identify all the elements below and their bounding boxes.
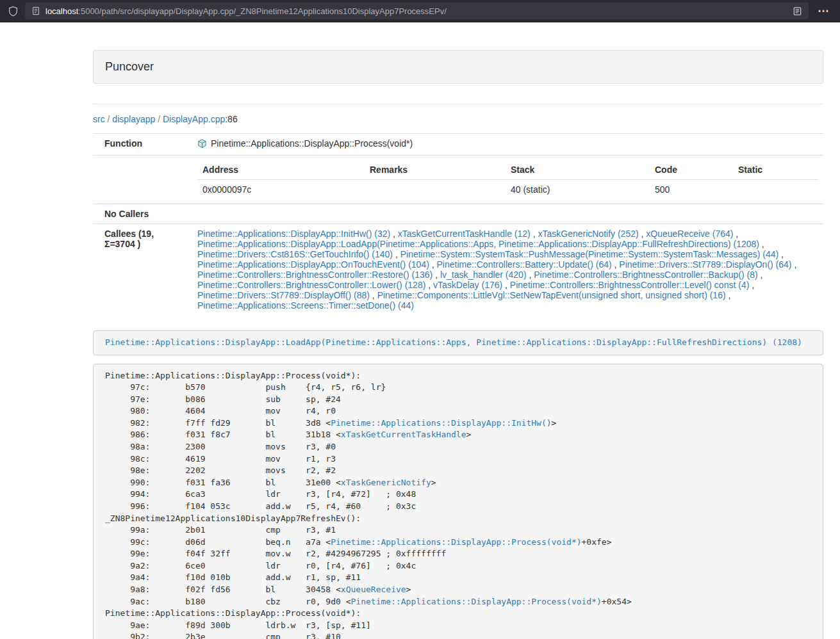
stats-value: 0x0000097c xyxy=(197,180,365,200)
url-host: localhost xyxy=(45,6,78,16)
callees-row: Callees (19, Σ=3704 ) Pinetime::Applicat… xyxy=(93,224,823,316)
callee-link[interactable]: Pinetime::Controllers::BrightnessControl… xyxy=(197,270,432,280)
callee-link[interactable]: Pinetime::Applications::DisplayApp::Load… xyxy=(197,239,759,249)
stats-header: Code xyxy=(650,160,733,180)
callees-label: Callees (19, Σ=3704 ) xyxy=(93,224,186,316)
callee-link[interactable]: Pinetime::Controllers::BrightnessControl… xyxy=(534,270,757,280)
callee-link[interactable]: vTaskDelay (176) xyxy=(433,280,502,290)
stats-value-row: 0x0000097c40 (static)500 xyxy=(197,180,818,200)
stats-header: Static xyxy=(733,160,818,180)
stats-header: Stack xyxy=(506,160,650,180)
callee-link[interactable]: Pinetime::Controllers::BrightnessControl… xyxy=(510,280,749,290)
callee-link[interactable]: xQueueReceive (764) xyxy=(646,229,733,239)
highlighted-symbol-link[interactable]: Pinetime::Applications::DisplayApp::Load… xyxy=(105,337,802,347)
disassembly-block: Pinetime::Applications::DisplayApp::Proc… xyxy=(93,364,823,639)
breadcrumb-separator: / xyxy=(105,114,113,124)
callee-link[interactable]: lv_task_handler (420) xyxy=(440,270,527,280)
function-name: Pinetime::Applications::DisplayApp::Proc… xyxy=(211,138,413,149)
no-callers-row: No Callers xyxy=(93,204,823,224)
code-symbol-link[interactable]: xTaskGenericNotify xyxy=(341,478,431,487)
code-symbol-link[interactable]: Pinetime::Applications::DisplayApp::Init… xyxy=(331,418,551,428)
url-bar[interactable]: localhost:5000/path/src/displayapp/Displ… xyxy=(25,3,809,19)
url-text: localhost:5000/path/src/displayapp/Displ… xyxy=(45,6,787,16)
stats-header: Address xyxy=(197,160,365,180)
page-icon xyxy=(31,6,40,15)
code-symbol-link[interactable]: Pinetime::Applications::DisplayApp::Proc… xyxy=(331,537,581,547)
callee-link[interactable]: Pinetime::System::SystemTask::PushMessag… xyxy=(400,249,779,259)
page-title: Puncover xyxy=(94,51,823,83)
no-callers-cell xyxy=(186,204,823,224)
stats-row: AddressRemarksStackCodeStatic 0x0000097c… xyxy=(93,156,823,204)
stats-value xyxy=(733,180,818,200)
method-cube-icon xyxy=(197,139,207,150)
breadcrumb-link[interactable]: DisplayApp.cpp xyxy=(163,114,225,124)
function-label: Function xyxy=(93,134,186,156)
code-symbol-link[interactable]: xQueueReceive xyxy=(341,585,406,594)
callee-link[interactable]: Pinetime::Drivers::St7789::DisplayOff() … xyxy=(197,290,370,300)
function-row: Function Pinetime::Applications::Display… xyxy=(93,134,823,156)
stats-value xyxy=(365,180,506,200)
page-content: Puncover src / displayapp / DisplayApp.c… xyxy=(93,50,823,639)
no-callers-label: No Callers xyxy=(93,204,186,224)
stats-header-row: AddressRemarksStackCodeStatic xyxy=(197,160,818,180)
browser-toolbar: localhost:5000/path/src/displayapp/Displ… xyxy=(0,0,840,22)
callee-link[interactable]: Pinetime::Drivers::Cst816S::GetTouchInfo… xyxy=(197,249,393,259)
stats-cell-wrap: AddressRemarksStackCodeStatic 0x0000097c… xyxy=(186,156,823,204)
menu-icon[interactable]: ⋯ xyxy=(815,5,832,17)
divider xyxy=(93,104,823,104)
code-symbol-link[interactable]: Pinetime::Applications::DisplayApp::Proc… xyxy=(351,597,602,606)
callee-link[interactable]: Pinetime::Drivers::St7789::DisplayOn() (… xyxy=(619,259,791,270)
callee-link[interactable]: Pinetime::Applications::DisplayApp::OnTo… xyxy=(197,259,429,270)
callee-link[interactable]: Pinetime::Applications::DisplayApp::Init… xyxy=(197,229,390,239)
stats-header: Remarks xyxy=(365,160,506,180)
callee-link[interactable]: Pinetime::Controllers::BrightnessControl… xyxy=(197,280,425,290)
function-cell: Pinetime::Applications::DisplayApp::Proc… xyxy=(186,134,823,156)
breadcrumb-separator: / xyxy=(155,114,163,124)
stats-body: 0x0000097c40 (static)500 xyxy=(197,180,818,200)
highlighted-symbol-block: Pinetime::Applications::DisplayApp::Load… xyxy=(93,330,823,355)
breadcrumb-text: :86 xyxy=(225,114,237,124)
callees-list: Pinetime::Applications::DisplayApp::Init… xyxy=(186,224,823,316)
stats-table: AddressRemarksStackCodeStatic 0x0000097c… xyxy=(197,160,818,199)
callee-link[interactable]: Pinetime::Components::LittleVgl::SetNewT… xyxy=(377,290,726,300)
breadcrumb-link[interactable]: src xyxy=(93,114,105,124)
callee-link[interactable]: Pinetime::Controllers::Battery::Update()… xyxy=(437,259,612,270)
breadcrumb: src / displayapp / DisplayApp.cpp:86 xyxy=(93,114,823,125)
reader-mode-icon[interactable] xyxy=(793,6,802,16)
stats-row-spacer xyxy=(93,156,186,204)
symbol-table: Function Pinetime::Applications::Display… xyxy=(93,133,823,315)
page-header-panel: Puncover xyxy=(93,50,823,84)
breadcrumb-link[interactable]: displayapp xyxy=(112,114,155,124)
stats-value: 500 xyxy=(650,180,733,200)
url-path: :5000/path/src/displayapp/DisplayApp.cpp… xyxy=(78,6,447,16)
callee-link[interactable]: Pinetime::Applications::Screens::Timer::… xyxy=(197,300,414,311)
callee-link[interactable]: xTaskGenericNotify (252) xyxy=(538,229,638,239)
stats-value: 40 (static) xyxy=(506,180,650,200)
callee-link[interactable]: xTaskGetCurrentTaskHandle (12) xyxy=(398,229,531,239)
code-symbol-link[interactable]: xTaskGetCurrentTaskHandle xyxy=(341,430,466,439)
shield-icon[interactable] xyxy=(8,6,19,17)
